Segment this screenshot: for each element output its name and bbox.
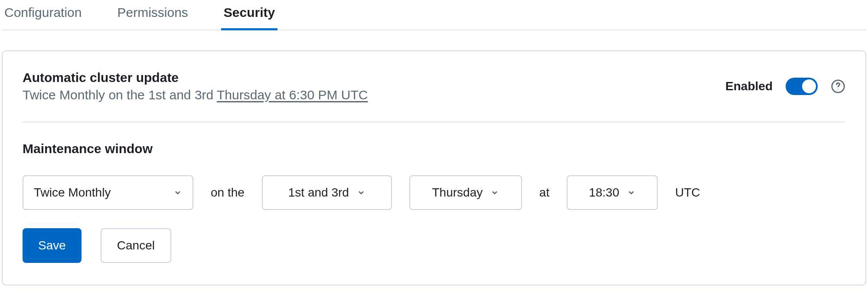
auto-update-heading: Automatic cluster update Twice Monthly o… bbox=[23, 70, 368, 102]
tab-security[interactable]: Security bbox=[221, 3, 277, 30]
auto-update-schedule-link[interactable]: Thursday at 6:30 PM UTC bbox=[217, 88, 368, 102]
auto-update-subtitle-prefix: Twice Monthly on the 1st and 3rd bbox=[23, 88, 217, 102]
chevron-down-icon bbox=[490, 188, 499, 197]
ordinal-select[interactable]: 1st and 3rd bbox=[262, 175, 392, 210]
toggle-knob bbox=[802, 79, 816, 93]
frequency-value: Twice Monthly bbox=[34, 186, 111, 200]
time-value: 18:30 bbox=[589, 186, 619, 200]
maintenance-window-title: Maintenance window bbox=[23, 141, 845, 156]
security-panel: Automatic cluster update Twice Monthly o… bbox=[2, 50, 866, 285]
action-buttons: Save Cancel bbox=[23, 228, 845, 263]
frequency-select[interactable]: Twice Monthly bbox=[23, 175, 193, 210]
label-on-the: on the bbox=[211, 186, 245, 200]
auto-update-title: Automatic cluster update bbox=[23, 70, 368, 85]
cancel-button[interactable]: Cancel bbox=[101, 228, 171, 263]
help-icon[interactable] bbox=[831, 79, 845, 94]
day-value: Thursday bbox=[432, 186, 483, 200]
page-root: Configuration Permissions Security Autom… bbox=[0, 0, 868, 285]
divider bbox=[23, 121, 845, 122]
tab-permissions[interactable]: Permissions bbox=[114, 3, 190, 30]
day-select[interactable]: Thursday bbox=[409, 175, 522, 210]
maintenance-controls: Twice Monthly on the 1st and 3rd Thursda… bbox=[23, 175, 845, 210]
chevron-down-icon bbox=[357, 188, 365, 197]
ordinal-value: 1st and 3rd bbox=[288, 186, 349, 200]
enabled-label: Enabled bbox=[725, 79, 773, 93]
auto-update-subtitle: Twice Monthly on the 1st and 3rd Thursda… bbox=[23, 88, 368, 102]
auto-update-controls: Enabled bbox=[725, 78, 845, 95]
svg-point-1 bbox=[838, 89, 839, 90]
chevron-down-icon bbox=[173, 188, 182, 197]
chevron-down-icon bbox=[627, 188, 636, 197]
save-button[interactable]: Save bbox=[23, 228, 82, 263]
tab-configuration[interactable]: Configuration bbox=[2, 3, 84, 30]
time-select[interactable]: 18:30 bbox=[567, 175, 658, 210]
label-at: at bbox=[539, 186, 549, 200]
tabs-bar: Configuration Permissions Security bbox=[2, 0, 866, 30]
enabled-toggle[interactable] bbox=[786, 78, 818, 95]
auto-update-header: Automatic cluster update Twice Monthly o… bbox=[23, 70, 845, 102]
label-utc: UTC bbox=[675, 186, 700, 200]
